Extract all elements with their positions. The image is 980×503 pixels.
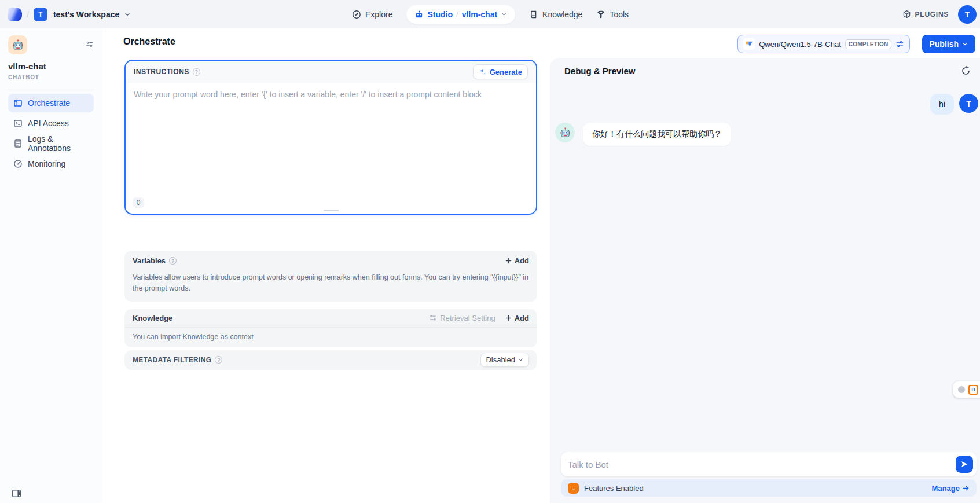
header-right: PLUGINS T	[902, 0, 977, 28]
floating-extension-widget[interactable]: D	[953, 381, 980, 398]
add-label: Add	[515, 314, 529, 322]
sidebar-item-label: API Access	[28, 119, 69, 128]
resize-handle[interactable]	[324, 210, 339, 211]
app-avatar[interactable]	[8, 35, 27, 54]
chat-input-bar	[561, 452, 977, 476]
sidebar-nav: Orchestrate API Access Logs & Annotation…	[0, 94, 102, 173]
nav-tools-label: Tools	[610, 10, 629, 19]
sidebar-item-monitoring[interactable]: Monitoring	[8, 155, 94, 173]
instructions-panel: INSTRUCTIONS ? Generate 0	[124, 60, 537, 215]
sidebar-item-label: Logs & Annotations	[28, 134, 89, 153]
extension-badge-icon[interactable]: D	[968, 385, 978, 395]
robot-emoji-icon	[12, 39, 24, 52]
model-settings-icon[interactable]	[895, 40, 904, 49]
add-variable-button[interactable]: Add	[505, 256, 529, 265]
document-icon	[13, 139, 23, 148]
sidebar-item-label: Monitoring	[28, 159, 65, 168]
knowledge-description: You can import Knowledge as context	[124, 328, 537, 347]
dify-logo[interactable]	[8, 8, 22, 21]
nav-knowledge-label: Knowledge	[542, 10, 582, 19]
package-icon	[902, 10, 911, 19]
nav-explore[interactable]: Explore	[352, 10, 392, 19]
app-card: vllm-chat CHATBOT	[0, 28, 102, 80]
extension-dot-icon[interactable]	[958, 386, 965, 393]
model-mode-badge: COMPLETION	[845, 39, 892, 49]
app-type-badge: CHATBOT	[8, 74, 94, 80]
workspace-switcher[interactable]: / T test's Workspace	[0, 8, 131, 21]
features-bar: Features Enabled Manage	[561, 479, 977, 497]
retrieval-setting-label: Retrieval Setting	[440, 314, 495, 322]
prompt-textarea[interactable]	[126, 83, 536, 214]
metadata-filtering-dropdown[interactable]: Disabled	[480, 353, 529, 367]
bot-message-bubble: 你好！有什么问题我可以帮助你吗？	[583, 123, 731, 146]
nav-studio-label[interactable]: Studio	[427, 10, 453, 19]
knowledge-panel: Knowledge Retrieval Setting Add You can …	[124, 309, 537, 347]
nav-tools[interactable]: Tools	[596, 10, 629, 19]
orchestrate-icon	[13, 98, 23, 108]
plus-icon	[505, 257, 512, 265]
user-message-bubble: hi	[930, 94, 954, 115]
send-button[interactable]	[956, 456, 973, 473]
help-icon[interactable]: ?	[193, 68, 200, 76]
help-icon[interactable]: ?	[215, 356, 222, 364]
generate-button[interactable]: Generate	[473, 64, 528, 79]
pill-separator: /	[456, 10, 458, 19]
debug-header: Debug & Preview	[550, 58, 980, 83]
book-icon	[529, 10, 538, 19]
bot-avatar	[555, 123, 575, 142]
chat-input[interactable]	[568, 460, 952, 469]
features-label: Features Enabled	[584, 484, 644, 493]
terminal-icon	[13, 119, 23, 128]
generate-label: Generate	[490, 68, 522, 76]
hammer-icon	[596, 10, 605, 19]
workspace-avatar[interactable]: T	[34, 8, 47, 21]
help-icon[interactable]: ?	[169, 257, 177, 265]
user-message-avatar: T	[959, 94, 978, 113]
chevron-down-icon[interactable]	[501, 11, 507, 17]
sidebar-divider	[8, 89, 94, 89]
manage-label: Manage	[932, 484, 960, 493]
manage-features-link[interactable]: Manage	[932, 484, 970, 493]
workspace-name[interactable]: test's Workspace	[53, 10, 119, 19]
publish-label: Publish	[929, 39, 959, 49]
retrieval-setting-button[interactable]: Retrieval Setting	[429, 314, 495, 322]
chevron-down-icon	[517, 357, 524, 363]
top-header: / T test's Workspace Explore Studio / vl…	[0, 0, 980, 28]
debug-title: Debug & Preview	[564, 66, 636, 76]
breadcrumb-separator: /	[27, 10, 29, 19]
variables-header: Variables ? Add	[133, 256, 529, 265]
variables-description: Variables allow users to introduce promp…	[133, 272, 529, 295]
nav-current-app[interactable]: vllm-chat	[462, 10, 497, 19]
app-settings-icon[interactable]	[85, 40, 94, 49]
nav-studio-pill[interactable]: Studio / vllm-chat	[406, 5, 515, 24]
sidebar-item-label: Orchestrate	[28, 98, 70, 108]
knowledge-header: Knowledge Retrieval Setting Add	[124, 309, 537, 328]
model-toolbar: Qwen/Qwen1.5-7B-Chat COMPLETION Publish	[737, 35, 975, 53]
app-sidebar: vllm-chat CHATBOT Orchestrate API Access…	[0, 28, 102, 503]
sparkle-icon	[479, 68, 487, 76]
add-label: Add	[515, 256, 529, 265]
metadata-filtering-title: METADATA FILTERING	[133, 356, 211, 364]
user-avatar[interactable]: T	[958, 5, 977, 24]
sidebar-item-orchestrate[interactable]: Orchestrate	[8, 94, 94, 112]
debug-preview-panel: Debug & Preview hi T 你好！有什么问题我可以帮助你吗？ Fe…	[550, 58, 980, 503]
restart-conversation-icon[interactable]	[961, 66, 971, 76]
model-selector[interactable]: Qwen/Qwen1.5-7B-Chat COMPLETION	[737, 35, 910, 53]
send-icon	[960, 460, 968, 468]
sidebar-item-logs-annotations[interactable]: Logs & Annotations	[8, 134, 94, 153]
add-knowledge-button[interactable]: Add	[505, 314, 529, 322]
publish-button[interactable]: Publish	[922, 35, 975, 53]
arrow-right-icon	[962, 484, 970, 492]
knowledge-title: Knowledge	[133, 314, 172, 322]
collapse-sidebar-icon[interactable]	[12, 489, 21, 498]
prompt-editor: 0	[126, 83, 536, 214]
retrieval-setting-icon	[429, 314, 437, 322]
plugins-button[interactable]: PLUGINS	[902, 10, 949, 19]
plugins-label: PLUGINS	[915, 10, 949, 19]
sidebar-item-api-access[interactable]: API Access	[8, 114, 94, 133]
page-title: Orchestrate	[123, 36, 175, 47]
nav-knowledge[interactable]: Knowledge	[529, 10, 582, 19]
variables-panel: Variables ? Add Variables allow users to…	[124, 251, 537, 302]
metadata-filtering-value: Disabled	[486, 355, 515, 364]
metadata-filtering-row: METADATA FILTERING ? Disabled	[124, 350, 537, 370]
